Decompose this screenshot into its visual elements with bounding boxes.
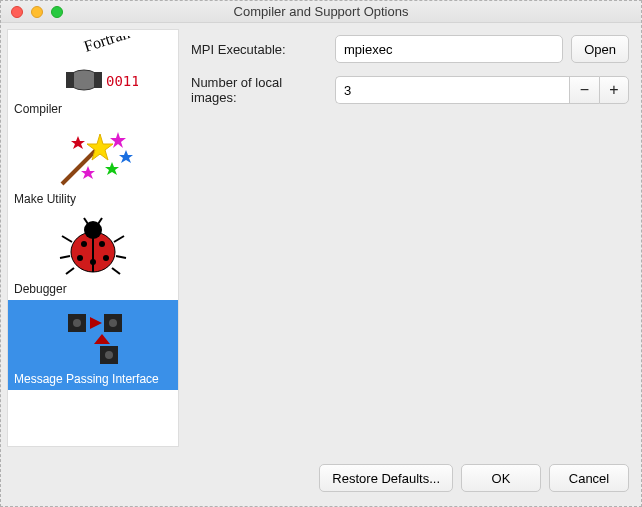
svg-marker-8 (71, 136, 85, 149)
svg-text:Fortran: Fortran (82, 36, 132, 55)
svg-point-18 (103, 255, 109, 261)
window-title: Compiler and Support Options (1, 4, 641, 19)
svg-marker-7 (110, 132, 126, 148)
svg-rect-3 (94, 72, 102, 88)
svg-marker-10 (119, 150, 133, 163)
svg-line-25 (112, 268, 120, 274)
sidebar-item-make-utility[interactable]: Make Utility (8, 120, 178, 210)
ladybug-icon (12, 216, 174, 280)
mpi-executable-row: MPI Executable: Open (191, 35, 629, 63)
local-images-input[interactable] (335, 76, 569, 104)
sidebar-item-debugger[interactable]: Debugger (8, 210, 178, 300)
local-images-label: Number of local images: (191, 75, 327, 105)
sidebar-item-label: Make Utility (12, 190, 174, 206)
minus-icon: − (580, 82, 589, 98)
ok-button[interactable]: OK (461, 464, 541, 492)
sidebar-item-label: Compiler (12, 100, 174, 116)
svg-marker-9 (105, 162, 119, 175)
open-button[interactable]: Open (571, 35, 629, 63)
svg-marker-34 (90, 317, 102, 329)
svg-point-15 (81, 241, 87, 247)
svg-line-24 (116, 256, 126, 258)
mpi-icon (12, 306, 174, 370)
sidebar: Fortran 0011 Compiler (7, 29, 179, 447)
sidebar-item-label: Debugger (12, 280, 174, 296)
content-area: Fortran 0011 Compiler (1, 23, 641, 453)
footer: Restore Defaults... OK Cancel (1, 453, 641, 506)
svg-point-31 (109, 319, 117, 327)
local-images-stepper: − + (335, 76, 629, 104)
svg-line-21 (60, 256, 70, 258)
svg-marker-35 (94, 334, 110, 344)
window: Compiler and Support Options Fortran 001… (0, 0, 642, 507)
mpi-executable-label: MPI Executable: (191, 42, 327, 57)
local-images-row: Number of local images: − + (191, 75, 629, 105)
svg-point-16 (99, 241, 105, 247)
svg-line-22 (66, 268, 74, 274)
svg-line-20 (62, 236, 72, 242)
svg-line-26 (84, 218, 88, 224)
mpi-executable-input[interactable] (335, 35, 563, 63)
compiler-icon: Fortran 0011 (12, 36, 174, 100)
sidebar-item-compiler[interactable]: Fortran 0011 Compiler (8, 30, 178, 120)
magic-wand-icon (12, 126, 174, 190)
main-panel: MPI Executable: Open Number of local ima… (179, 23, 641, 453)
titlebar: Compiler and Support Options (1, 1, 641, 23)
sidebar-item-label: Message Passing Interface (12, 370, 174, 386)
svg-point-33 (105, 351, 113, 359)
svg-rect-2 (66, 72, 74, 88)
svg-text:0011: 0011 (106, 73, 138, 89)
svg-point-17 (77, 255, 83, 261)
svg-point-19 (90, 259, 96, 265)
decrement-button[interactable]: − (569, 76, 599, 104)
sidebar-item-mpi[interactable]: Message Passing Interface (8, 300, 178, 390)
svg-marker-11 (81, 166, 95, 179)
svg-line-27 (98, 218, 102, 224)
restore-defaults-button[interactable]: Restore Defaults... (319, 464, 453, 492)
svg-line-23 (114, 236, 124, 242)
svg-point-29 (73, 319, 81, 327)
increment-button[interactable]: + (599, 76, 629, 104)
plus-icon: + (609, 82, 618, 98)
cancel-button[interactable]: Cancel (549, 464, 629, 492)
